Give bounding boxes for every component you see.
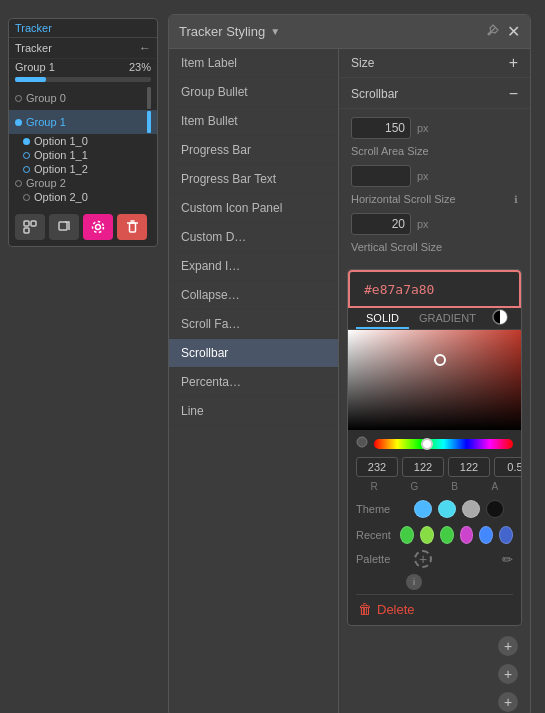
hue-thumb[interactable] — [421, 438, 433, 450]
a-label: A — [477, 481, 513, 492]
size-section-header: Size + — [339, 49, 530, 78]
style-item-group-bullet[interactable]: Group Bullet — [169, 78, 338, 107]
v-scroll-unit: px — [417, 218, 435, 230]
pin-icon[interactable] — [486, 24, 499, 40]
main-layout: Item Label Group Bullet Item Bullet Prog… — [169, 49, 530, 713]
header-icons: ✕ — [486, 22, 520, 41]
color-gradient-canvas[interactable] — [348, 330, 521, 430]
r-label: R — [356, 481, 392, 492]
recent-color-4[interactable] — [460, 526, 474, 544]
svg-point-10 — [357, 437, 367, 447]
scroll-area-unit: px — [417, 122, 435, 134]
styling-title-group: Tracker Styling ▼ — [179, 24, 280, 39]
theme-color-cyan[interactable] — [438, 500, 456, 518]
style-item-progress-bar[interactable]: Progress Bar — [169, 136, 338, 165]
palette-row: Palette + ✏ — [348, 548, 521, 572]
v-scroll-label: Vertical Scroll Size — [351, 241, 518, 253]
group1-label: Group 1 — [15, 61, 55, 73]
add-section-button-3[interactable]: + — [498, 692, 518, 712]
contrast-icon2 — [491, 308, 509, 329]
r-input[interactable] — [356, 457, 398, 477]
theme-row: Theme — [348, 496, 521, 522]
recent-color-6[interactable] — [499, 526, 513, 544]
svg-line-8 — [492, 28, 495, 31]
g-input[interactable] — [402, 457, 444, 477]
close-icon[interactable]: ✕ — [507, 22, 520, 41]
theme-color-gray[interactable] — [462, 500, 480, 518]
gradient-mode-tab[interactable]: GRADIENT — [409, 309, 486, 329]
link-button[interactable] — [49, 214, 79, 240]
recent-color-3[interactable] — [440, 526, 454, 544]
theme-color-black[interactable] — [486, 500, 504, 518]
style-item-expand-i[interactable]: Expand I… — [169, 252, 338, 281]
h-scroll-label: Horizontal Scroll Size — [351, 193, 506, 205]
tracker-panel: Tracker Tracker ← Group 1 23% Group 0 Gr… — [8, 18, 158, 247]
chevron-down-icon[interactable]: ▼ — [270, 26, 280, 37]
scroll-area-size-label: Scroll Area Size — [351, 145, 518, 157]
hue-slider-row — [348, 430, 521, 453]
list-item[interactable]: Group 1 — [9, 110, 157, 134]
b-input[interactable] — [448, 457, 490, 477]
hue-slider[interactable] — [374, 439, 513, 449]
g-label: G — [396, 481, 432, 492]
color-mode-tabs: SOLID GRADIENT — [348, 308, 521, 330]
style-item-percenta[interactable]: Percenta… — [169, 368, 338, 397]
style-list: Item Label Group Bullet Item Bullet Prog… — [169, 49, 339, 713]
palette-info-row: i — [348, 572, 521, 594]
list-item[interactable]: Group 0 — [9, 86, 157, 110]
style-item-collapse[interactable]: Collapse… — [169, 281, 338, 310]
settings-button[interactable] — [83, 214, 113, 240]
delete-icon: 🗑 — [358, 601, 372, 617]
color-hex-input[interactable] — [364, 282, 522, 297]
list-item[interactable]: Option 1_1 — [9, 148, 157, 162]
add-section-button-2[interactable]: + — [498, 664, 518, 684]
move-button[interactable] — [15, 214, 45, 240]
style-item-scroll-fa[interactable]: Scroll Fa… — [169, 310, 338, 339]
recent-color-5[interactable] — [479, 526, 493, 544]
style-item-item-label[interactable]: Item Label — [169, 49, 338, 78]
svg-rect-2 — [24, 228, 29, 233]
styling-panel-title: Tracker Styling — [179, 24, 265, 39]
style-item-custom-icon-panel[interactable]: Custom Icon Panel — [169, 194, 338, 223]
list-item[interactable]: Option 1_0 — [9, 134, 157, 148]
dot-icon — [23, 166, 30, 173]
theme-label: Theme — [356, 503, 408, 515]
solid-mode-tab[interactable]: SOLID — [356, 309, 409, 329]
delete-button[interactable] — [117, 214, 147, 240]
gradient-handle[interactable] — [434, 354, 446, 366]
group0-label: Group 0 — [26, 92, 66, 104]
add-section-button-1[interactable]: + — [498, 636, 518, 656]
bar-indicator-blue — [147, 111, 151, 133]
v-scroll-label-row: Vertical Scroll Size — [351, 241, 518, 253]
scrollbar-minus-button[interactable]: − — [509, 86, 518, 102]
tracker-tree: Group 0 Group 1 Option 1_0 Option 1_1 Op… — [9, 86, 157, 208]
theme-color-blue[interactable] — [414, 500, 432, 518]
delete-row[interactable]: 🗑 Delete — [348, 595, 521, 625]
recent-color-2[interactable] — [420, 526, 434, 544]
style-item-item-bullet[interactable]: Item Bullet — [169, 107, 338, 136]
color-hex-row — [348, 270, 521, 308]
style-item-progress-bar-text[interactable]: Progress Bar Text — [169, 165, 338, 194]
list-item[interactable]: Group 2 — [9, 176, 157, 190]
style-item-custom-d[interactable]: Custom D… — [169, 223, 338, 252]
h-scroll-size-input[interactable] — [351, 165, 411, 187]
list-item[interactable]: Option 2_0 — [9, 190, 157, 204]
dot-icon — [23, 194, 30, 201]
style-item-line[interactable]: Line — [169, 397, 338, 426]
v-scroll-size-input[interactable] — [351, 213, 411, 235]
palette-add-button[interactable]: + — [414, 550, 432, 568]
a-input[interactable] — [494, 457, 522, 477]
plus-row-2: + — [339, 660, 530, 688]
edit-palette-icon[interactable]: ✏ — [502, 552, 513, 567]
h-scroll-label-row: Horizontal Scroll Size ℹ — [351, 193, 518, 205]
style-item-scrollbar[interactable]: Scrollbar — [169, 339, 338, 368]
h-scroll-size-row: px — [351, 165, 518, 187]
size-add-button[interactable]: + — [509, 55, 518, 71]
recent-color-1[interactable] — [400, 526, 414, 544]
group2-label: Group 2 — [26, 177, 66, 189]
dot-icon — [15, 119, 22, 126]
delete-label[interactable]: Delete — [377, 602, 415, 617]
bar-indicator — [147, 87, 151, 109]
list-item[interactable]: Option 1_2 — [9, 162, 157, 176]
scroll-area-size-input[interactable] — [351, 117, 411, 139]
